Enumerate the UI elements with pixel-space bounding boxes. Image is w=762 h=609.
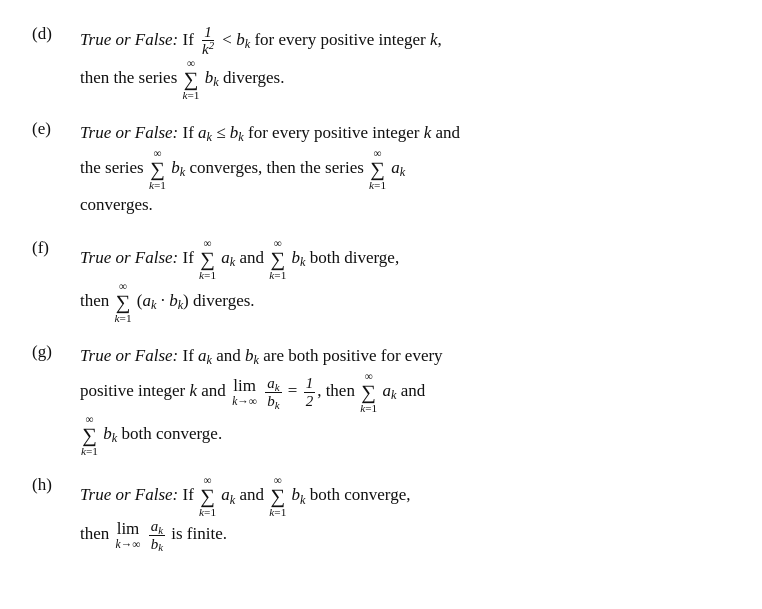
sigma-ak-g: ∞ ∑ k=1 xyxy=(360,371,377,414)
label-g: (g) xyxy=(32,342,80,362)
sigma-bk-e: ∞ ∑ k=1 xyxy=(149,148,166,191)
problem-d: (d) True or False: If 1 k2 < bk for ever… xyxy=(32,24,730,101)
sigma-akbk-f: ∞ ∑ k=1 xyxy=(115,281,132,324)
problem-g: (g) True or False: If ak and bk are both… xyxy=(32,342,730,457)
fraction-half-g: 1 2 xyxy=(304,375,315,409)
lim-h: lim k→∞ xyxy=(116,520,141,550)
label-f: (f) xyxy=(32,238,80,258)
sigma-ak-e: ∞ ∑ k=1 xyxy=(369,148,386,191)
label-e: (e) xyxy=(32,119,80,139)
fraction-ak-bk-h: ak bk xyxy=(149,518,165,552)
content-h: True or False: If ∞ ∑ k=1 ak and ∞ ∑ k=1… xyxy=(80,475,730,552)
problem-e: (e) True or False: If ak ≤ bk for every … xyxy=(32,119,730,220)
true-or-false-h: True or False: xyxy=(80,485,178,504)
problem-f: (f) True or False: If ∞ ∑ k=1 ak and ∞ ∑… xyxy=(32,238,730,324)
fraction-1-k2: 1 k2 xyxy=(200,24,216,58)
problem-h: (h) True or False: If ∞ ∑ k=1 ak and ∞ ∑… xyxy=(32,475,730,552)
sigma-bk-f1: ∞ ∑ k=1 xyxy=(269,238,286,281)
lim-g: lim k→∞ xyxy=(232,377,257,407)
sigma-ak-h: ∞ ∑ k=1 xyxy=(199,475,216,518)
sigma-bk-g: ∞ ∑ k=1 xyxy=(81,414,98,457)
content-e: True or False: If ak ≤ bk for every posi… xyxy=(80,119,730,220)
content-f: True or False: If ∞ ∑ k=1 ak and ∞ ∑ k=1… xyxy=(80,238,730,324)
label-d: (d) xyxy=(32,24,80,44)
problem-list: (d) True or False: If 1 k2 < bk for ever… xyxy=(32,24,730,552)
true-or-false-g: True or False: xyxy=(80,346,178,365)
true-or-false-e: True or False: xyxy=(80,123,178,142)
content-g: True or False: If ak and bk are both pos… xyxy=(80,342,730,457)
fraction-ak-bk-g: ak bk xyxy=(265,375,281,409)
sigma-bk-h: ∞ ∑ k=1 xyxy=(269,475,286,518)
fraction-denominator: k2 xyxy=(200,41,216,57)
label-h: (h) xyxy=(32,475,80,495)
true-or-false-f: True or False: xyxy=(80,248,178,267)
content-d: True or False: If 1 k2 < bk for every po… xyxy=(80,24,730,101)
sigma-bk-d: ∞ ∑ k=1 xyxy=(183,58,200,101)
sigma-ak-f1: ∞ ∑ k=1 xyxy=(199,238,216,281)
true-or-false-d: True or False: xyxy=(80,30,178,49)
